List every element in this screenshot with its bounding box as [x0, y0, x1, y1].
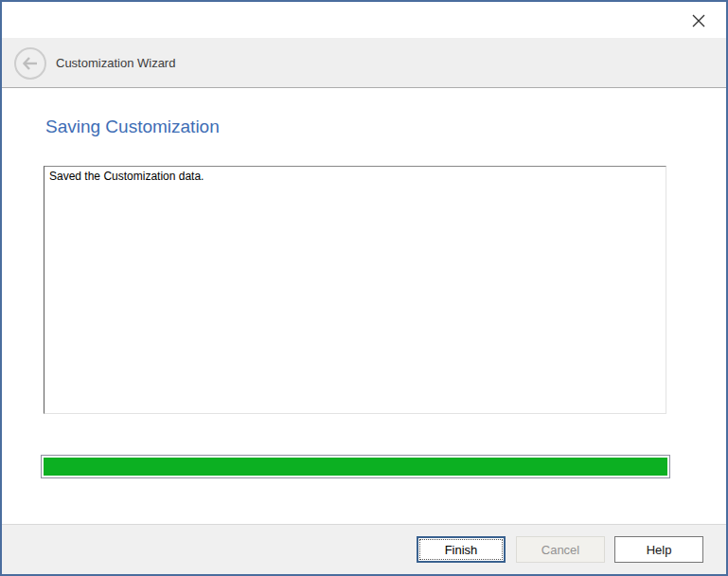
footer: Finish Cancel Help [2, 524, 726, 574]
wizard-header: Customization Wizard [2, 38, 726, 88]
back-button[interactable] [13, 46, 47, 81]
cancel-button[interactable]: Cancel [516, 536, 605, 563]
log-line: Saved the Customization data. [49, 170, 204, 183]
back-arrow-icon [13, 46, 47, 81]
titlebar [2, 2, 726, 38]
close-icon [691, 13, 706, 28]
help-button[interactable]: Help [614, 536, 703, 563]
finish-button[interactable]: Finish [417, 536, 506, 563]
progress-bar [41, 455, 670, 478]
progress-fill [44, 458, 667, 476]
wizard-window: Customization Wizard Saving Customizatio… [0, 0, 728, 576]
close-button[interactable] [684, 7, 713, 35]
page-title: Saving Customization [45, 117, 220, 137]
status-log[interactable]: Saved the Customization data. [44, 166, 666, 414]
wizard-title: Customization Wizard [56, 38, 175, 87]
